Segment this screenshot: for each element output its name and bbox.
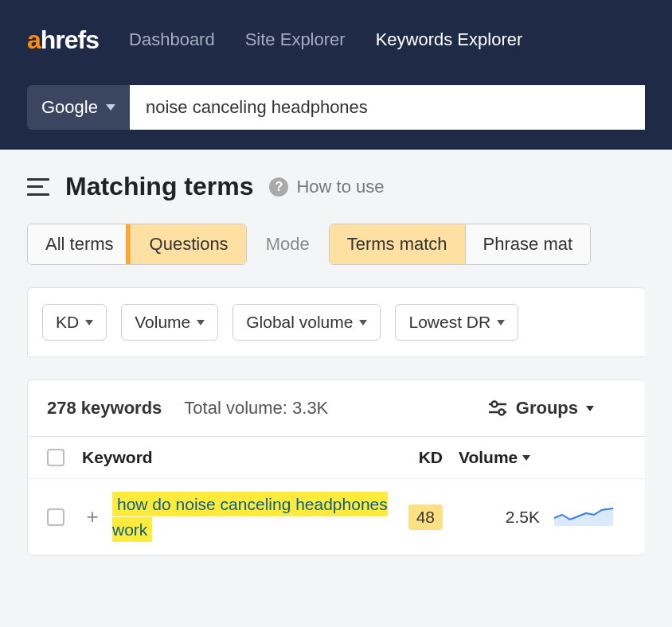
content-area: Matching terms ? How to use All terms Qu… xyxy=(0,150,672,578)
keyword-link[interactable]: how do noise canceling headphones work xyxy=(112,492,388,542)
top-nav: ahrefs Dashboard Site Explorer Keywords … xyxy=(0,0,672,80)
select-all-checkbox[interactable] xyxy=(47,449,64,466)
chevron-down-icon xyxy=(359,320,367,325)
how-to-use-label: How to use xyxy=(296,177,384,197)
mode-label: Mode xyxy=(266,234,310,255)
row-checkbox-cell xyxy=(47,508,82,526)
kd-badge: 48 xyxy=(408,504,443,530)
kd-cell: 48 xyxy=(389,504,443,530)
total-volume: Total volume: 3.3K xyxy=(184,398,328,419)
col-volume-label: Volume xyxy=(459,448,518,467)
filter-volume[interactable]: Volume xyxy=(121,304,218,341)
chevron-down-icon xyxy=(586,406,594,411)
logo-a: a xyxy=(27,25,41,54)
tab-terms-match[interactable]: Terms match xyxy=(330,224,466,264)
search-engine-label: Google xyxy=(41,97,98,118)
chevron-down-icon xyxy=(106,104,115,111)
keyword-cell: how do noise canceling headphones work xyxy=(112,492,389,542)
nav-keywords-explorer[interactable]: Keywords Explorer xyxy=(376,29,523,50)
sliders-icon xyxy=(487,399,508,417)
page-title: Matching terms xyxy=(65,172,253,201)
logo-rest: hrefs xyxy=(41,25,99,54)
page-header: Matching terms ? How to use xyxy=(27,172,645,201)
tab-all-terms[interactable]: All terms xyxy=(28,224,132,264)
menu-icon[interactable] xyxy=(27,178,49,196)
table-header: Keyword KD Volume xyxy=(28,436,645,478)
nav-dashboard[interactable]: Dashboard xyxy=(129,29,215,50)
table-row: + how do noise canceling headphones work… xyxy=(28,478,645,555)
groups-label: Groups xyxy=(516,398,578,419)
sparkline-icon xyxy=(554,504,613,526)
filter-lowest-dr[interactable]: Lowest DR xyxy=(395,304,518,341)
sort-desc-icon xyxy=(522,455,530,461)
tab-row: All terms Questions Mode Terms match Phr… xyxy=(27,224,645,265)
filter-kd-label: KD xyxy=(56,313,79,332)
nav-site-explorer[interactable]: Site Explorer xyxy=(245,29,346,50)
filter-volume-label: Volume xyxy=(135,313,190,332)
search-input[interactable] xyxy=(130,85,645,130)
trend-cell xyxy=(554,504,626,530)
col-keyword-header[interactable]: Keyword xyxy=(82,448,389,467)
row-checkbox[interactable] xyxy=(47,508,64,526)
groups-toggle[interactable]: Groups xyxy=(487,398,594,419)
svg-point-1 xyxy=(491,402,497,407)
col-checkbox xyxy=(47,449,82,466)
keyword-count: 278 keywords xyxy=(47,398,162,419)
logo: ahrefs xyxy=(27,25,99,55)
results-header: 278 keywords Total volume: 3.3K Groups xyxy=(28,380,645,436)
filter-global-volume[interactable]: Global volume xyxy=(232,304,381,341)
tab-phrase-match[interactable]: Phrase mat xyxy=(466,224,591,264)
col-kd-header[interactable]: KD xyxy=(389,448,443,467)
expand-icon[interactable]: + xyxy=(82,504,103,529)
search-engine-select[interactable]: Google xyxy=(27,85,130,130)
tab-questions-label: Questions xyxy=(150,234,229,254)
terms-tab-group: All terms Questions xyxy=(27,224,247,265)
filter-lowest-dr-label: Lowest DR xyxy=(408,313,490,332)
chevron-down-icon xyxy=(85,320,93,325)
chevron-down-icon xyxy=(497,320,505,325)
filter-panel: KD Volume Global volume Lowest DR xyxy=(27,287,645,357)
how-to-use-link[interactable]: ? How to use xyxy=(269,177,384,197)
chevron-down-icon xyxy=(197,320,205,325)
filter-global-volume-label: Global volume xyxy=(246,313,353,332)
filter-kd[interactable]: KD xyxy=(42,304,107,341)
search-bar: Google xyxy=(0,80,672,150)
results-panel: 278 keywords Total volume: 3.3K Groups K… xyxy=(27,380,645,555)
tab-questions[interactable]: Questions xyxy=(132,224,246,264)
col-volume-header[interactable]: Volume xyxy=(443,448,554,467)
svg-point-3 xyxy=(498,410,504,415)
mode-tab-group: Terms match Phrase mat xyxy=(329,224,591,265)
help-icon: ? xyxy=(269,177,288,197)
volume-cell: 2.5K xyxy=(443,508,554,527)
